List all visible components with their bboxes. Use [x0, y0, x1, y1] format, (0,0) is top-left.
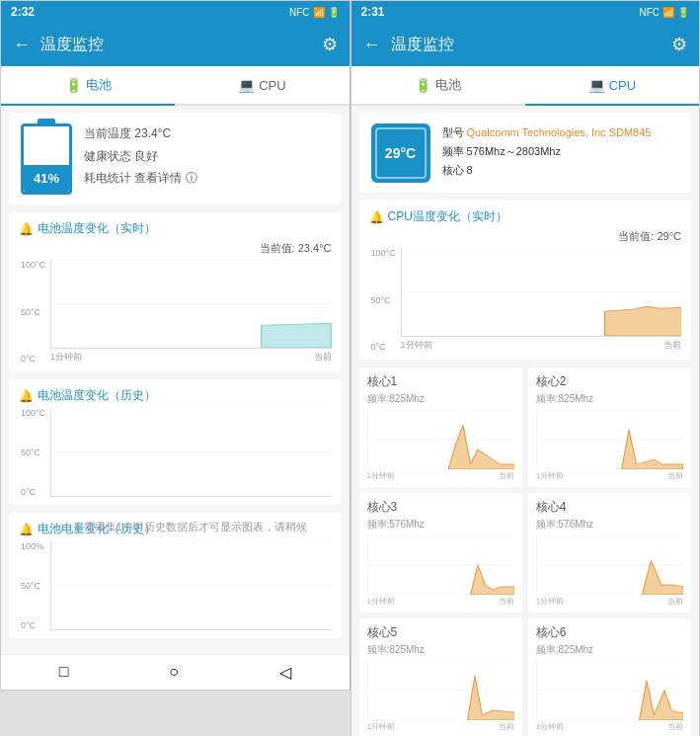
- left-status-icons: NFC 📶 🔋: [289, 7, 340, 18]
- svg-marker-13: [604, 306, 681, 336]
- core6-svg: [536, 661, 683, 720]
- cpu-model-row: 型号 Qualcomm Technologies, Inc SDM845: [442, 125, 680, 140]
- left-back-button[interactable]: ←: [13, 35, 31, 55]
- right-phone: 2:31 NFC 📶 🔋 ← 温度监控 ⚙ 🔋 电池 💻 CPU 29°C: [350, 0, 701, 736]
- cpu-cores-label: 核心: [442, 164, 464, 176]
- cpu-x-start: 1分钟前: [401, 339, 432, 352]
- left-history-battery-wrapper: 100% 50°C 0°C ℹ 需采集1小时历史数据后才可显示图表，请稍候: [50, 541, 332, 630]
- right-app-bar: ← 温度监控 ⚙: [351, 23, 700, 66]
- right-battery-tab-icon: 🔋: [415, 77, 431, 93]
- right-x-labels: 1分钟前 当前: [401, 339, 682, 352]
- right-gear-icon[interactable]: ⚙: [671, 34, 687, 55]
- cpu-y-0: 0°C: [371, 342, 396, 352]
- cpu-cores-value: 8: [467, 164, 473, 176]
- h-y-0: 0°C: [21, 487, 45, 497]
- left-nav-circle[interactable]: ○: [169, 663, 179, 682]
- battery-temp-value: 23.4°C: [134, 126, 171, 140]
- left-time: 2:32: [11, 5, 35, 19]
- core2-svg: [536, 410, 683, 469]
- battery-icon: 41%: [21, 123, 72, 195]
- x-label-start: 1分钟前: [50, 351, 82, 364]
- cpu-tab-label-left: CPU: [259, 78, 285, 93]
- right-cpu-tab-icon: 💻: [588, 77, 605, 93]
- realtime-title-text: 电池温度变化（实时）: [38, 220, 156, 237]
- left-chart-svg: [51, 260, 332, 348]
- left-history-y-labels: 100°C 50°C 0°C: [21, 408, 45, 497]
- core1-name: 核心1: [367, 373, 514, 390]
- right-tab-cpu[interactable]: 💻 CPU: [525, 66, 699, 106]
- svg-marker-18: [448, 425, 514, 469]
- core2-name: 核心2: [536, 373, 683, 390]
- core5-chart: [367, 661, 514, 720]
- cpu-temp-display: 29°C: [375, 127, 427, 179]
- history-notice-2: ℹ 需采集1小时历史数据后才可显示图表，请稍候: [51, 633, 332, 654]
- h-y-50: 50°C: [21, 448, 45, 457]
- right-status-bar: 2:31 NFC 📶 🔋: [351, 1, 700, 23]
- left-history-temp-title: 🔔 电池温度变化（历史）: [19, 387, 332, 404]
- core-card-2: 核心2 频率:825Mhz 1分钟前 当前: [528, 368, 691, 487]
- history-battery-icon: 🔔: [19, 523, 34, 536]
- battery-temp-label: 当前温度: [84, 126, 131, 140]
- cpu-realtime-label: CPU温度变化（实时）: [388, 208, 507, 225]
- left-y-labels: 100°C 50°C 0°C: [21, 260, 45, 364]
- cpu-details: 型号 Qualcomm Technologies, Inc SDM845 频率 …: [442, 125, 680, 182]
- battery-stats-label: 耗电统计: [84, 171, 131, 185]
- left-status-bar: 2:32 NFC 📶 🔋: [1, 1, 350, 23]
- battery-info-card: 41% 当前温度 23.4°C 健康状态 良好 耗电统计 查看详情 ⓘ: [9, 114, 342, 204]
- left-tab-battery[interactable]: 🔋 电池: [1, 66, 175, 106]
- left-realtime-title: 🔔 电池温度变化（实时）: [19, 220, 332, 237]
- cpu-info-card: 29°C 型号 Qualcomm Technologies, Inc SDM84…: [359, 114, 692, 193]
- right-y-labels: 100°C 50°C 0°C: [371, 248, 396, 352]
- svg-marker-38: [467, 676, 514, 720]
- left-battery-y-labels: 100% 50°C 0°C: [21, 541, 43, 630]
- right-app-title: 温度监控: [391, 35, 672, 55]
- core1-svg: [367, 410, 514, 469]
- core1-chart: [367, 410, 514, 469]
- core4-svg: [536, 535, 683, 595]
- cpu-realtime-svg: [402, 248, 682, 336]
- svg-marker-43: [639, 681, 683, 720]
- cpu-cores-row: 核心 8: [442, 163, 680, 178]
- core2-chart: [536, 410, 683, 469]
- cpu-current-value: 29°C: [657, 230, 681, 242]
- left-x-labels: 1分钟前 当前: [50, 351, 332, 364]
- left-tab-cpu[interactable]: 💻 CPU: [175, 66, 349, 106]
- core-grid: 核心1 频率:825Mhz 1分钟前 当前: [359, 368, 692, 736]
- cpu-current-prefix: 当前值:: [618, 230, 654, 242]
- right-battery-tab-label: 电池: [435, 76, 461, 94]
- cpu-freq-value: 576Mhz～2803Mhz: [467, 145, 561, 157]
- core5-svg: [367, 661, 514, 720]
- history-notice-text-1: 需采集1小时历史数据后才可显示图表，请稍候: [84, 520, 307, 534]
- left-realtime-current: 当前值: 23.4°C: [19, 241, 332, 256]
- left-history-temp-wrapper: 100°C 50°C 0°C ℹ 需采集1小时历史数据后才可显示图表，请稍候: [50, 408, 332, 497]
- right-tab-battery[interactable]: 🔋 电池: [351, 66, 525, 106]
- battery-stats-link[interactable]: 查看详情: [134, 171, 182, 185]
- left-history-temp-area: ℹ 需采集1小时历史数据后才可显示图表，请稍候: [50, 408, 332, 497]
- left-tabs: 🔋 电池 💻 CPU: [1, 66, 350, 106]
- core6-name: 核心6: [536, 624, 683, 641]
- left-nav-back[interactable]: ◁: [279, 663, 291, 682]
- core4-name: 核心4: [536, 499, 683, 516]
- cpu-freq-label: 频率: [442, 145, 464, 157]
- cpu-y-50: 50°C: [371, 295, 396, 305]
- right-time: 2:31: [361, 5, 385, 19]
- left-nav-square[interactable]: □: [59, 663, 69, 682]
- battery-temp-row: 当前温度 23.4°C: [84, 125, 330, 142]
- core5-x-labels: 1分钟前 当前: [367, 721, 514, 732]
- core2-x-labels: 1分钟前 当前: [536, 470, 683, 481]
- left-app-bar: ← 温度监控 ⚙: [1, 23, 350, 66]
- battery-percent: 41%: [34, 171, 59, 186]
- right-back-button[interactable]: ←: [363, 35, 381, 55]
- core6-x-labels: 1分钟前 当前: [536, 721, 683, 732]
- left-chart-area: [50, 260, 332, 349]
- history-temp-label: 电池温度变化（历史）: [38, 387, 156, 404]
- svg-marker-23: [621, 430, 683, 469]
- left-gear-icon[interactable]: ⚙: [322, 34, 338, 55]
- history-temp-icon: 🔔: [19, 389, 34, 403]
- battery-info-icon: ⓘ: [186, 171, 197, 185]
- left-history-battery-area: ℹ 需采集1小时历史数据后才可显示图表，请稍候: [50, 541, 332, 630]
- core-card-5: 核心5 频率:825Mhz 1分钟前 当前: [359, 618, 522, 736]
- h-y-100: 100°C: [21, 408, 45, 418]
- core1-x-labels: 1分钟前 当前: [367, 470, 514, 481]
- core-card-6: 核心6 频率:825Mhz 1分钟前 当前: [528, 618, 691, 736]
